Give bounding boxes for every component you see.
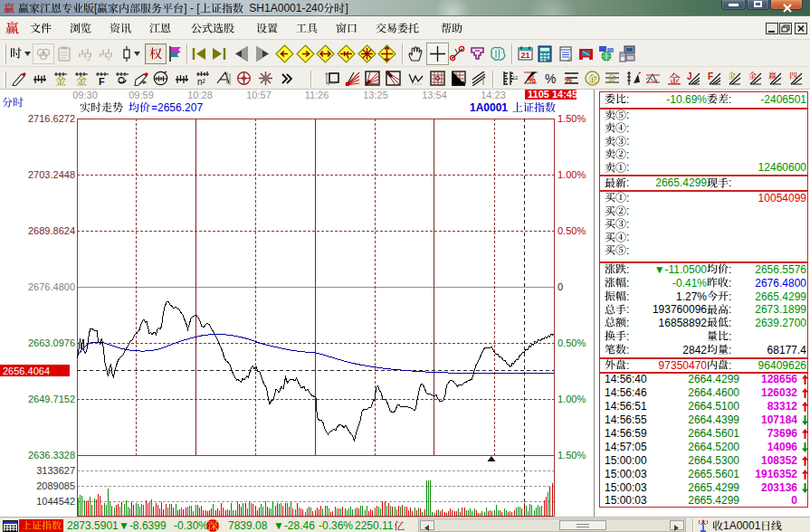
svg-text:14:23: 14:23 — [481, 90, 506, 100]
svg-text:2689.8624: 2689.8624 — [28, 225, 75, 236]
svg-text:1.50%: 1.50% — [557, 113, 586, 124]
svg-text:0.50%: 0.50% — [557, 225, 586, 236]
svg-text:11:26: 11:26 — [305, 90, 329, 100]
svg-text:n²: n² — [197, 77, 206, 86]
svg-text:123: 123 — [512, 75, 518, 81]
svg-text:=2656.207: =2656.207 — [151, 101, 203, 114]
svg-text:10:57: 10:57 — [246, 90, 272, 100]
svg-text:2089085: 2089085 — [36, 480, 75, 491]
svg-text:2636.3328: 2636.3328 — [28, 450, 75, 461]
svg-text:1.50%: 1.50% — [557, 450, 586, 461]
svg-text:1A0001: 1A0001 — [470, 101, 508, 114]
svg-text:%: % — [545, 71, 556, 85]
svg-text:F: F — [708, 71, 713, 81]
svg-text:%: % — [565, 75, 572, 84]
svg-text:2716.6272: 2716.6272 — [28, 113, 75, 124]
svg-text:%: % — [528, 75, 536, 85]
svg-text:3: 3 — [87, 55, 91, 62]
svg-text:09:59: 09:59 — [129, 90, 154, 100]
svg-text:2663.0976: 2663.0976 — [28, 337, 75, 348]
svg-text:10:28: 10:28 — [187, 90, 213, 100]
svg-text:09:30: 09:30 — [72, 90, 98, 100]
svg-text:9: 9 — [107, 55, 110, 62]
svg-text:21: 21 — [521, 51, 530, 60]
svg-text:2703.2448: 2703.2448 — [28, 169, 75, 180]
svg-text:1.00%: 1.00% — [557, 394, 586, 404]
svg-text:0: 0 — [557, 281, 563, 292]
svg-text:2676.4800: 2676.4800 — [28, 281, 75, 292]
svg-text:13:54: 13:54 — [422, 90, 447, 100]
svg-text:J: J — [687, 71, 692, 81]
svg-text:1105 14:45: 1105 14:45 — [528, 90, 577, 100]
svg-text:13:25: 13:25 — [363, 90, 388, 100]
svg-text:1.00%: 1.00% — [557, 169, 586, 180]
svg-text:2649.7152: 2649.7152 — [28, 394, 75, 404]
svg-text:F: F — [99, 76, 105, 86]
svg-text:3133627: 3133627 — [36, 465, 75, 476]
svg-text:1044542: 1044542 — [36, 496, 75, 507]
svg-text:2656.4064: 2656.4064 — [3, 366, 50, 376]
svg-text:0.50%: 0.50% — [557, 337, 586, 348]
